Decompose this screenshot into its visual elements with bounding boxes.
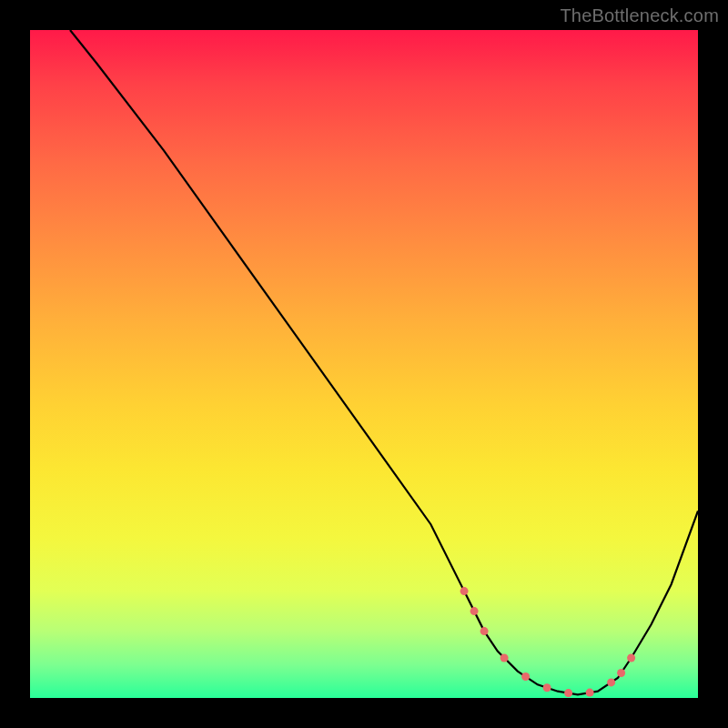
curve-dot bbox=[543, 683, 551, 692]
watermark-text: TheBottleneck.com bbox=[560, 5, 719, 26]
curve-dot bbox=[470, 607, 479, 615]
curve-dots bbox=[460, 587, 635, 697]
curve-dot bbox=[500, 654, 509, 662]
curve-line bbox=[70, 30, 698, 694]
curve-dot bbox=[460, 587, 469, 595]
curve-dot bbox=[480, 627, 489, 635]
bottleneck-curve bbox=[30, 30, 698, 698]
curve-dot bbox=[607, 678, 615, 686]
curve-dot bbox=[586, 689, 594, 697]
chart-frame: TheBottleneck.com bbox=[0, 0, 728, 728]
curve-dot bbox=[564, 689, 572, 697]
plot-area bbox=[30, 30, 698, 698]
curve-dot bbox=[617, 669, 625, 677]
curve-dot bbox=[521, 672, 530, 681]
curve-dot bbox=[627, 654, 635, 662]
